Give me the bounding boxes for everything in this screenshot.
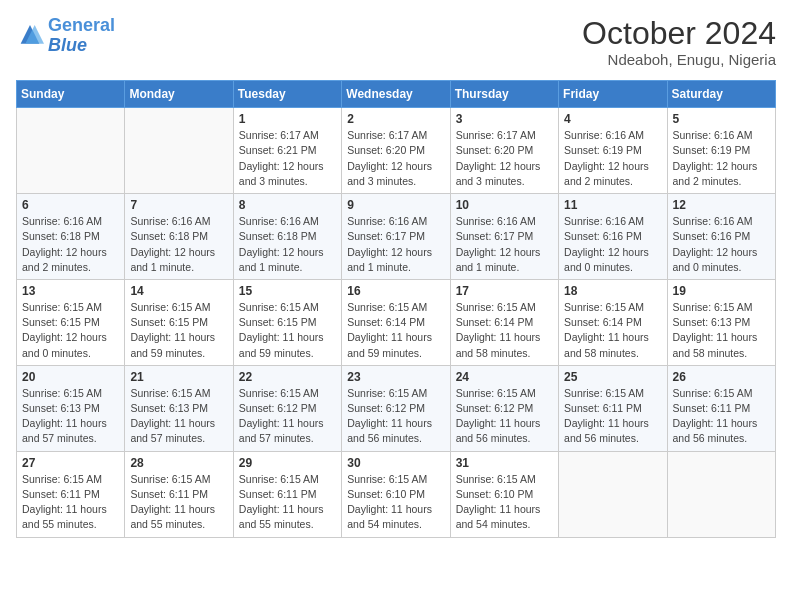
day-number: 7 [130,198,227,212]
calendar-cell [559,451,667,537]
calendar-cell: 27Sunrise: 6:15 AM Sunset: 6:11 PM Dayli… [17,451,125,537]
day-info: Sunrise: 6:15 AM Sunset: 6:11 PM Dayligh… [673,386,770,447]
calendar-cell: 23Sunrise: 6:15 AM Sunset: 6:12 PM Dayli… [342,365,450,451]
calendar-cell: 9Sunrise: 6:16 AM Sunset: 6:17 PM Daylig… [342,194,450,280]
calendar-week-row: 27Sunrise: 6:15 AM Sunset: 6:11 PM Dayli… [17,451,776,537]
day-number: 1 [239,112,336,126]
calendar-cell: 2Sunrise: 6:17 AM Sunset: 6:20 PM Daylig… [342,108,450,194]
logo-text: General Blue [48,16,115,56]
day-info: Sunrise: 6:15 AM Sunset: 6:15 PM Dayligh… [22,300,119,361]
day-number: 23 [347,370,444,384]
day-number: 15 [239,284,336,298]
calendar-cell: 4Sunrise: 6:16 AM Sunset: 6:19 PM Daylig… [559,108,667,194]
day-info: Sunrise: 6:15 AM Sunset: 6:11 PM Dayligh… [564,386,661,447]
calendar-cell: 16Sunrise: 6:15 AM Sunset: 6:14 PM Dayli… [342,279,450,365]
calendar-cell: 13Sunrise: 6:15 AM Sunset: 6:15 PM Dayli… [17,279,125,365]
day-number: 9 [347,198,444,212]
day-number: 4 [564,112,661,126]
day-info: Sunrise: 6:15 AM Sunset: 6:13 PM Dayligh… [22,386,119,447]
logo-line1: General [48,15,115,35]
calendar-cell: 5Sunrise: 6:16 AM Sunset: 6:19 PM Daylig… [667,108,775,194]
day-number: 25 [564,370,661,384]
day-number: 30 [347,456,444,470]
day-number: 24 [456,370,553,384]
calendar-cell: 24Sunrise: 6:15 AM Sunset: 6:12 PM Dayli… [450,365,558,451]
weekday-header-monday: Monday [125,81,233,108]
day-number: 8 [239,198,336,212]
weekday-header-wednesday: Wednesday [342,81,450,108]
day-info: Sunrise: 6:17 AM Sunset: 6:20 PM Dayligh… [347,128,444,189]
weekday-row: SundayMondayTuesdayWednesdayThursdayFrid… [17,81,776,108]
calendar-cell: 14Sunrise: 6:15 AM Sunset: 6:15 PM Dayli… [125,279,233,365]
day-number: 2 [347,112,444,126]
day-number: 16 [347,284,444,298]
calendar-cell: 17Sunrise: 6:15 AM Sunset: 6:14 PM Dayli… [450,279,558,365]
day-info: Sunrise: 6:15 AM Sunset: 6:10 PM Dayligh… [347,472,444,533]
day-number: 17 [456,284,553,298]
day-number: 27 [22,456,119,470]
day-number: 19 [673,284,770,298]
calendar-cell: 7Sunrise: 6:16 AM Sunset: 6:18 PM Daylig… [125,194,233,280]
weekday-header-saturday: Saturday [667,81,775,108]
day-number: 21 [130,370,227,384]
calendar-cell: 19Sunrise: 6:15 AM Sunset: 6:13 PM Dayli… [667,279,775,365]
day-number: 3 [456,112,553,126]
calendar-cell: 26Sunrise: 6:15 AM Sunset: 6:11 PM Dayli… [667,365,775,451]
title-block: October 2024 Ndeaboh, Enugu, Nigeria [582,16,776,68]
calendar-cell [667,451,775,537]
calendar-cell: 25Sunrise: 6:15 AM Sunset: 6:11 PM Dayli… [559,365,667,451]
calendar-week-row: 1Sunrise: 6:17 AM Sunset: 6:21 PM Daylig… [17,108,776,194]
day-number: 5 [673,112,770,126]
day-info: Sunrise: 6:15 AM Sunset: 6:13 PM Dayligh… [673,300,770,361]
logo-line2: Blue [48,35,87,55]
day-number: 10 [456,198,553,212]
day-number: 26 [673,370,770,384]
day-number: 31 [456,456,553,470]
day-info: Sunrise: 6:16 AM Sunset: 6:18 PM Dayligh… [130,214,227,275]
calendar-cell: 21Sunrise: 6:15 AM Sunset: 6:13 PM Dayli… [125,365,233,451]
day-info: Sunrise: 6:16 AM Sunset: 6:18 PM Dayligh… [22,214,119,275]
calendar-cell: 18Sunrise: 6:15 AM Sunset: 6:14 PM Dayli… [559,279,667,365]
calendar-body: 1Sunrise: 6:17 AM Sunset: 6:21 PM Daylig… [17,108,776,537]
day-info: Sunrise: 6:16 AM Sunset: 6:17 PM Dayligh… [456,214,553,275]
calendar-cell: 3Sunrise: 6:17 AM Sunset: 6:20 PM Daylig… [450,108,558,194]
calendar-cell: 11Sunrise: 6:16 AM Sunset: 6:16 PM Dayli… [559,194,667,280]
day-number: 29 [239,456,336,470]
weekday-header-tuesday: Tuesday [233,81,341,108]
weekday-header-sunday: Sunday [17,81,125,108]
day-info: Sunrise: 6:15 AM Sunset: 6:15 PM Dayligh… [239,300,336,361]
day-info: Sunrise: 6:15 AM Sunset: 6:14 PM Dayligh… [564,300,661,361]
day-number: 20 [22,370,119,384]
day-number: 12 [673,198,770,212]
day-info: Sunrise: 6:15 AM Sunset: 6:14 PM Dayligh… [456,300,553,361]
page-header: General Blue October 2024 Ndeaboh, Enugu… [16,16,776,68]
calendar-header: SundayMondayTuesdayWednesdayThursdayFrid… [17,81,776,108]
calendar-cell: 31Sunrise: 6:15 AM Sunset: 6:10 PM Dayli… [450,451,558,537]
calendar-cell: 28Sunrise: 6:15 AM Sunset: 6:11 PM Dayli… [125,451,233,537]
calendar-cell [125,108,233,194]
calendar-subtitle: Ndeaboh, Enugu, Nigeria [582,51,776,68]
day-info: Sunrise: 6:16 AM Sunset: 6:19 PM Dayligh… [564,128,661,189]
day-info: Sunrise: 6:16 AM Sunset: 6:17 PM Dayligh… [347,214,444,275]
day-info: Sunrise: 6:15 AM Sunset: 6:11 PM Dayligh… [239,472,336,533]
day-info: Sunrise: 6:16 AM Sunset: 6:16 PM Dayligh… [564,214,661,275]
calendar-title: October 2024 [582,16,776,51]
day-info: Sunrise: 6:16 AM Sunset: 6:16 PM Dayligh… [673,214,770,275]
calendar-cell: 15Sunrise: 6:15 AM Sunset: 6:15 PM Dayli… [233,279,341,365]
calendar-cell: 20Sunrise: 6:15 AM Sunset: 6:13 PM Dayli… [17,365,125,451]
day-number: 13 [22,284,119,298]
day-number: 11 [564,198,661,212]
day-number: 18 [564,284,661,298]
calendar-cell: 8Sunrise: 6:16 AM Sunset: 6:18 PM Daylig… [233,194,341,280]
weekday-header-thursday: Thursday [450,81,558,108]
day-info: Sunrise: 6:15 AM Sunset: 6:15 PM Dayligh… [130,300,227,361]
day-info: Sunrise: 6:16 AM Sunset: 6:18 PM Dayligh… [239,214,336,275]
calendar-cell: 6Sunrise: 6:16 AM Sunset: 6:18 PM Daylig… [17,194,125,280]
calendar-week-row: 13Sunrise: 6:15 AM Sunset: 6:15 PM Dayli… [17,279,776,365]
day-info: Sunrise: 6:15 AM Sunset: 6:14 PM Dayligh… [347,300,444,361]
calendar-week-row: 20Sunrise: 6:15 AM Sunset: 6:13 PM Dayli… [17,365,776,451]
calendar-cell: 22Sunrise: 6:15 AM Sunset: 6:12 PM Dayli… [233,365,341,451]
day-number: 22 [239,370,336,384]
calendar-cell: 12Sunrise: 6:16 AM Sunset: 6:16 PM Dayli… [667,194,775,280]
day-info: Sunrise: 6:15 AM Sunset: 6:13 PM Dayligh… [130,386,227,447]
